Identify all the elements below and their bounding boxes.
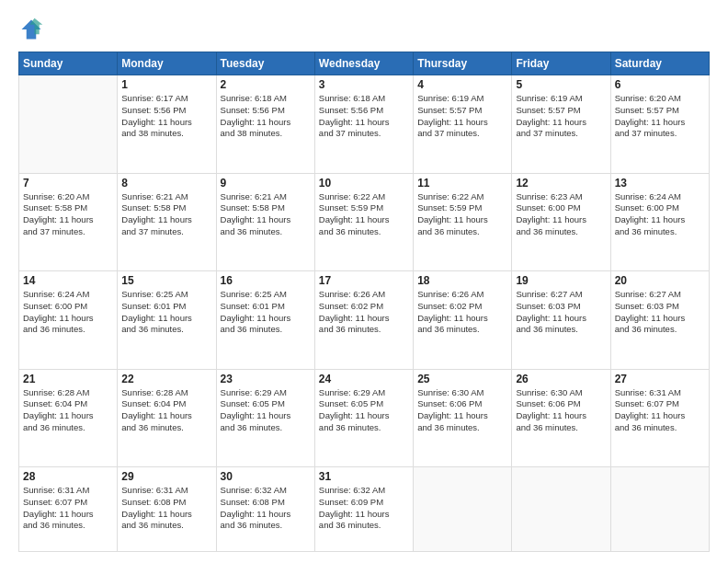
- daylight-text: Daylight: 11 hoursand 36 minutes.: [23, 410, 94, 432]
- sunset-text: Sunset: 5:58 PM: [23, 202, 87, 213]
- sunset-text: Sunset: 5:58 PM: [221, 202, 285, 213]
- calendar-cell: 25Sunrise: 6:30 AMSunset: 6:06 PMDayligh…: [414, 369, 512, 467]
- sunset-text: Sunset: 5:59 PM: [417, 202, 482, 213]
- day-info: Sunrise: 6:18 AMSunset: 5:56 PMDaylight:…: [319, 93, 409, 140]
- day-number: 12: [516, 177, 606, 190]
- day-info: Sunrise: 6:20 AMSunset: 5:58 PMDaylight:…: [23, 191, 113, 238]
- calendar-cell: 27Sunrise: 6:31 AMSunset: 6:07 PMDayligh…: [610, 369, 709, 467]
- sunset-text: Sunset: 6:05 PM: [221, 398, 285, 408]
- calendar-cell: 4Sunrise: 6:19 AMSunset: 5:57 PMDaylight…: [414, 75, 512, 174]
- day-info: Sunrise: 6:23 AMSunset: 6:00 PMDaylight:…: [516, 191, 606, 238]
- sunrise-text: Sunrise: 6:24 AM: [615, 191, 681, 201]
- daylight-text: Daylight: 11 hoursand 36 minutes.: [23, 313, 94, 335]
- day-number: 8: [121, 177, 211, 190]
- day-info: Sunrise: 6:18 AMSunset: 5:56 PMDaylight:…: [221, 93, 311, 140]
- day-info: Sunrise: 6:25 AMSunset: 6:01 PMDaylight:…: [221, 289, 311, 336]
- day-number: 2: [221, 78, 311, 91]
- calendar-cell: [414, 467, 512, 552]
- calendar-cell: 28Sunrise: 6:31 AMSunset: 6:07 PMDayligh…: [19, 467, 118, 552]
- calendar-cell: 19Sunrise: 6:27 AMSunset: 6:03 PMDayligh…: [512, 271, 610, 370]
- daylight-text: Daylight: 11 hoursand 36 minutes.: [319, 509, 390, 531]
- sunset-text: Sunset: 5:56 PM: [319, 105, 383, 115]
- sunset-text: Sunset: 6:07 PM: [23, 497, 87, 507]
- week-row-5: 28Sunrise: 6:31 AMSunset: 6:07 PMDayligh…: [19, 467, 710, 552]
- sunset-text: Sunset: 6:00 PM: [516, 202, 580, 213]
- daylight-text: Daylight: 11 hoursand 37 minutes.: [516, 117, 586, 139]
- sunset-text: Sunset: 5:57 PM: [417, 105, 482, 115]
- daylight-text: Daylight: 11 hoursand 36 minutes.: [516, 313, 586, 335]
- day-info: Sunrise: 6:22 AMSunset: 5:59 PMDaylight:…: [417, 191, 507, 238]
- daylight-text: Daylight: 11 hoursand 36 minutes.: [121, 410, 192, 432]
- sunrise-text: Sunrise: 6:29 AM: [319, 387, 385, 397]
- sunset-text: Sunset: 5:59 PM: [319, 202, 383, 213]
- sunset-text: Sunset: 6:06 PM: [516, 398, 580, 408]
- day-number: 10: [319, 177, 409, 190]
- day-number: 6: [615, 78, 705, 91]
- day-number: 28: [23, 470, 113, 483]
- day-info: Sunrise: 6:19 AMSunset: 5:57 PMDaylight:…: [417, 93, 507, 140]
- day-info: Sunrise: 6:29 AMSunset: 6:05 PMDaylight:…: [319, 387, 409, 434]
- day-number: 18: [417, 274, 507, 287]
- sunset-text: Sunset: 5:56 PM: [221, 105, 285, 115]
- daylight-text: Daylight: 11 hoursand 36 minutes.: [319, 214, 390, 236]
- daylight-text: Daylight: 11 hoursand 36 minutes.: [615, 313, 686, 335]
- sunrise-text: Sunrise: 6:20 AM: [23, 191, 89, 201]
- day-info: Sunrise: 6:20 AMSunset: 5:57 PMDaylight:…: [615, 93, 705, 140]
- sunset-text: Sunset: 6:00 PM: [615, 202, 679, 213]
- calendar-cell: [610, 467, 709, 552]
- weekday-header-row: SundayMondayTuesdayWednesdayThursdayFrid…: [19, 52, 710, 75]
- weekday-header-monday: Monday: [118, 52, 216, 75]
- day-number: 25: [417, 373, 507, 385]
- day-number: 30: [221, 470, 311, 483]
- daylight-text: Daylight: 11 hoursand 38 minutes.: [221, 117, 291, 139]
- daylight-text: Daylight: 11 hoursand 37 minutes.: [319, 117, 390, 139]
- day-info: Sunrise: 6:25 AMSunset: 6:01 PMDaylight:…: [121, 289, 211, 336]
- sunrise-text: Sunrise: 6:30 AM: [417, 387, 483, 397]
- calendar-cell: 22Sunrise: 6:28 AMSunset: 6:04 PMDayligh…: [118, 369, 216, 467]
- day-info: Sunrise: 6:21 AMSunset: 5:58 PMDaylight:…: [121, 191, 211, 238]
- sunset-text: Sunset: 6:01 PM: [221, 301, 285, 311]
- calendar-table: SundayMondayTuesdayWednesdayThursdayFrid…: [18, 52, 710, 552]
- day-number: 13: [615, 177, 705, 190]
- calendar-cell: 12Sunrise: 6:23 AMSunset: 6:00 PMDayligh…: [512, 173, 610, 271]
- sunrise-text: Sunrise: 6:25 AM: [121, 289, 188, 299]
- logo-icon: [18, 17, 44, 42]
- day-number: 19: [516, 274, 606, 287]
- day-info: Sunrise: 6:32 AMSunset: 6:08 PMDaylight:…: [221, 485, 311, 532]
- day-info: Sunrise: 6:28 AMSunset: 6:04 PMDaylight:…: [23, 387, 113, 434]
- sunrise-text: Sunrise: 6:18 AM: [221, 93, 287, 103]
- day-number: 5: [516, 78, 606, 91]
- calendar-cell: 20Sunrise: 6:27 AMSunset: 6:03 PMDayligh…: [610, 271, 709, 370]
- day-info: Sunrise: 6:31 AMSunset: 6:07 PMDaylight:…: [615, 387, 705, 434]
- day-info: Sunrise: 6:26 AMSunset: 6:02 PMDaylight:…: [319, 289, 409, 336]
- day-info: Sunrise: 6:27 AMSunset: 6:03 PMDaylight:…: [516, 289, 606, 336]
- daylight-text: Daylight: 11 hoursand 36 minutes.: [615, 410, 686, 432]
- calendar-cell: 5Sunrise: 6:19 AMSunset: 5:57 PMDaylight…: [512, 75, 610, 174]
- sunset-text: Sunset: 6:03 PM: [516, 301, 580, 311]
- sunrise-text: Sunrise: 6:31 AM: [615, 387, 681, 397]
- sunset-text: Sunset: 6:07 PM: [615, 398, 679, 408]
- calendar-cell: 17Sunrise: 6:26 AMSunset: 6:02 PMDayligh…: [314, 271, 413, 370]
- sunrise-text: Sunrise: 6:20 AM: [615, 93, 681, 103]
- day-number: 23: [221, 373, 311, 385]
- daylight-text: Daylight: 11 hoursand 36 minutes.: [221, 214, 291, 236]
- calendar-cell: 7Sunrise: 6:20 AMSunset: 5:58 PMDaylight…: [19, 173, 118, 271]
- week-row-2: 7Sunrise: 6:20 AMSunset: 5:58 PMDaylight…: [19, 173, 710, 271]
- day-number: 9: [221, 177, 311, 190]
- weekday-header-friday: Friday: [512, 52, 610, 75]
- day-info: Sunrise: 6:32 AMSunset: 6:09 PMDaylight:…: [319, 485, 409, 532]
- sunset-text: Sunset: 5:57 PM: [516, 105, 580, 115]
- sunset-text: Sunset: 6:06 PM: [417, 398, 482, 408]
- sunrise-text: Sunrise: 6:28 AM: [23, 387, 89, 397]
- day-info: Sunrise: 6:30 AMSunset: 6:06 PMDaylight:…: [516, 387, 606, 434]
- daylight-text: Daylight: 11 hoursand 36 minutes.: [121, 313, 192, 335]
- calendar-cell: 3Sunrise: 6:18 AMSunset: 5:56 PMDaylight…: [314, 75, 413, 174]
- week-row-4: 21Sunrise: 6:28 AMSunset: 6:04 PMDayligh…: [19, 369, 710, 467]
- sunrise-text: Sunrise: 6:32 AM: [221, 485, 287, 495]
- day-info: Sunrise: 6:26 AMSunset: 6:02 PMDaylight:…: [417, 289, 507, 336]
- calendar-cell: 11Sunrise: 6:22 AMSunset: 5:59 PMDayligh…: [414, 173, 512, 271]
- day-number: 22: [121, 373, 211, 385]
- sunset-text: Sunset: 6:01 PM: [121, 301, 186, 311]
- sunrise-text: Sunrise: 6:29 AM: [221, 387, 287, 397]
- logo: [18, 17, 48, 42]
